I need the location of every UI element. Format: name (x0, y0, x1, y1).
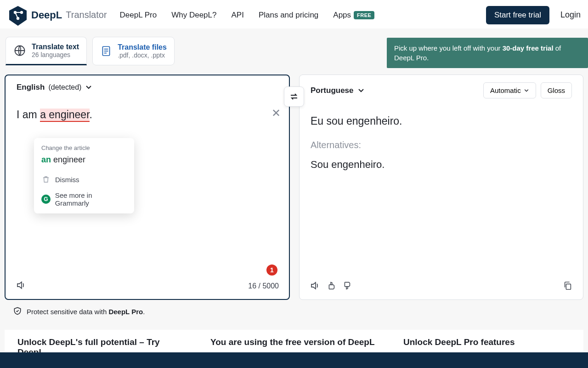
nav-apps[interactable]: Apps FREE (333, 11, 374, 20)
top-nav: DeepL Pro Why DeepL? API Plans and prici… (120, 11, 375, 20)
nav-pro[interactable]: DeepL Pro (120, 11, 157, 20)
target-footer (300, 276, 583, 299)
grammarly-sugg-rest: engineer (51, 155, 85, 164)
shield-icon (13, 306, 22, 317)
protect-bold: DeepL Pro (108, 308, 143, 316)
src-text-pre: I am (17, 109, 40, 121)
svg-marker-0 (9, 6, 27, 26)
clear-source-icon[interactable]: ✕ (271, 105, 281, 121)
document-icon (100, 45, 112, 57)
grammar-error-count-badge[interactable]: 1 (266, 264, 277, 276)
login-link[interactable]: Login (560, 10, 581, 20)
grammarly-sugg-an: an (41, 155, 51, 164)
grammarly-logo-icon: G (41, 195, 51, 204)
speaker-icon[interactable] (310, 280, 321, 293)
grammarly-popup: Change the article an engineer Dismiss G… (34, 138, 134, 213)
grammarly-title: Change the article (41, 144, 127, 151)
nav-api[interactable]: API (231, 11, 243, 20)
start-trial-button[interactable]: Start free trial (486, 6, 549, 24)
globe-icon (13, 44, 26, 57)
header-right: Start free trial Login (486, 6, 581, 24)
chevron-down-icon (85, 84, 92, 91)
tab-text-sub: 26 languages (32, 51, 79, 58)
source-lang-selector[interactable]: English (detected) (6, 75, 289, 98)
nav-plans[interactable]: Plans and pricing (259, 11, 318, 20)
tab-translate-text[interactable]: Translate text 26 languages (6, 37, 87, 65)
grammarly-more-label: See more in Grammarly (55, 191, 127, 207)
source-lang-name: English (17, 83, 45, 92)
footer-strip (0, 352, 588, 368)
thumbs-up-icon[interactable] (326, 281, 336, 293)
protect-post: . (143, 308, 145, 316)
swap-languages-button[interactable] (284, 86, 304, 107)
protect-pre: Protect sensitive data with (27, 308, 108, 316)
bc1-pre: Unlock DeepL's full potential – (17, 337, 147, 347)
nav-apps-label: Apps (333, 11, 351, 20)
chevron-down-icon (524, 88, 529, 93)
target-pane: Portuguese Automatic Gloss Eu sou engenh… (299, 75, 583, 300)
trial-banner[interactable]: Pick up where you left off with your 30-… (387, 38, 588, 68)
src-text-post: . (90, 109, 92, 121)
header: DeepL Translator DeepL Pro Why DeepL? AP… (0, 0, 588, 29)
source-detected-label: (detected) (48, 83, 81, 92)
svg-rect-11 (566, 284, 571, 289)
tab-translate-files[interactable]: Translate files .pdf, .docx, .pptx (92, 37, 175, 65)
glossary-button[interactable]: Gloss (541, 82, 572, 98)
target-text-area[interactable]: Eu sou engenheiro. Alternatives: Sou eng… (300, 104, 583, 276)
source-footer: 16 / 5000 (6, 275, 289, 299)
formality-selector[interactable]: Automatic (483, 82, 536, 98)
free-badge: FREE (354, 11, 374, 19)
formality-label: Automatic (490, 86, 521, 94)
bottom-cards: Unlock DeepL's full potential – Try Deep… (0, 317, 588, 357)
speaker-icon[interactable] (16, 280, 27, 293)
trash-icon (41, 175, 51, 184)
tab-files-sub: .pdf, .docx, .pptx (118, 52, 167, 59)
deepl-logo-icon (7, 5, 28, 26)
alternative-1[interactable]: Sou engenheiro. (311, 158, 572, 172)
target-text: Eu sou engenheiro. (311, 114, 572, 128)
char-count: 16 / 5000 (248, 282, 279, 290)
tab-files-title: Translate files (118, 43, 167, 52)
grammarly-dismiss-label: Dismiss (55, 176, 79, 184)
tab-text-title: Translate text (32, 43, 79, 51)
target-lang-name[interactable]: Portuguese (311, 86, 354, 95)
grammarly-suggestion[interactable]: an engineer (41, 155, 127, 165)
grammarly-see-more[interactable]: G See more in Grammarly (41, 188, 127, 207)
alternatives-label: Alternatives: (311, 138, 572, 151)
brand-sub: Translator (66, 10, 107, 20)
nav-why[interactable]: Why DeepL? (171, 11, 216, 20)
grammarly-dismiss[interactable]: Dismiss (41, 171, 127, 188)
thumbs-down-icon[interactable] (342, 281, 352, 293)
banner-bold: 30-day free trial (503, 44, 554, 52)
chevron-down-icon[interactable] (357, 87, 365, 94)
protect-data-row[interactable]: Protect sensitive data with DeepL Pro. (0, 300, 588, 317)
banner-pre: Pick up where you left off with your (394, 44, 503, 52)
logo[interactable]: DeepL Translator (7, 5, 107, 26)
brand-name: DeepL (31, 9, 62, 21)
src-text-error[interactable]: a engineer (40, 109, 89, 122)
copy-icon[interactable] (563, 281, 573, 293)
target-lang-header: Portuguese Automatic Gloss (300, 75, 583, 104)
